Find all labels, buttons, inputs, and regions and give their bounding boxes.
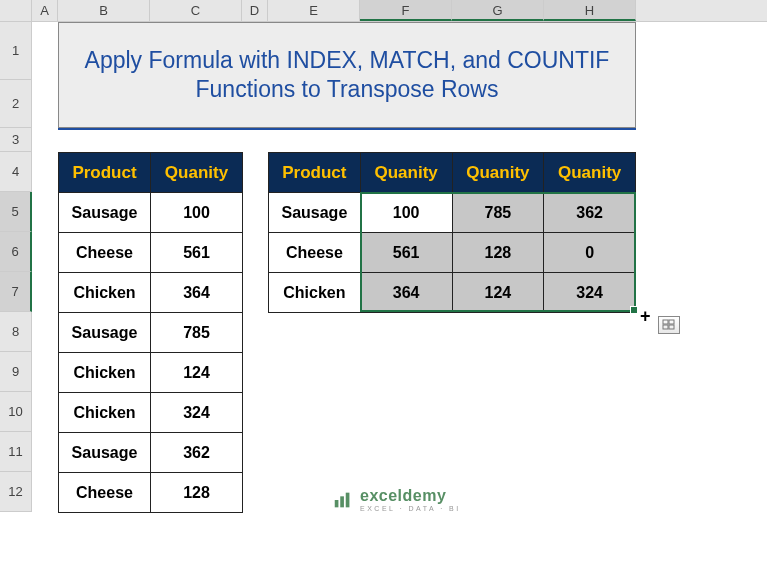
table1-cell[interactable]: 128: [151, 473, 243, 513]
col-header-B[interactable]: B: [58, 0, 150, 21]
table1-cell[interactable]: Chicken: [59, 273, 151, 313]
row-header-10[interactable]: 10: [0, 392, 32, 432]
autofill-options-button[interactable]: [658, 316, 680, 334]
watermark-tagline: EXCEL · DATA · BI: [360, 505, 461, 512]
table2-cell[interactable]: Chicken: [269, 273, 361, 313]
svg-rect-6: [346, 492, 350, 507]
spreadsheet: A B C D E F G H 1 2 3 4 5 6 7 8 9 10 11 …: [0, 0, 767, 567]
table1-cell[interactable]: Cheese: [59, 473, 151, 513]
table2-cell[interactable]: 124: [452, 273, 544, 313]
table1-header-quantity[interactable]: Quanity: [151, 153, 243, 193]
row-headers: 1 2 3 4 5 6 7 8 9 10 11 12: [0, 22, 32, 512]
table2-cell[interactable]: 324: [544, 273, 636, 313]
table2-cell[interactable]: 362: [544, 193, 636, 233]
table1-header-product[interactable]: Product: [59, 153, 151, 193]
row-header-12[interactable]: 12: [0, 472, 32, 512]
watermark-brand: exceldemy: [360, 487, 461, 505]
svg-rect-5: [340, 496, 344, 507]
col-header-G[interactable]: G: [452, 0, 544, 21]
table1-cell[interactable]: 324: [151, 393, 243, 433]
row-header-1[interactable]: 1: [0, 22, 32, 80]
result-table: Product Quanity Quanity Quanity Sausage …: [268, 152, 636, 313]
table1-cell[interactable]: Cheese: [59, 233, 151, 273]
table1-cell[interactable]: Sausage: [59, 433, 151, 473]
table2-header-quantity-1[interactable]: Quanity: [360, 153, 452, 193]
table2-cell[interactable]: 0: [544, 233, 636, 273]
col-header-H[interactable]: H: [544, 0, 636, 21]
table1-cell[interactable]: Chicken: [59, 393, 151, 433]
column-headers: A B C D E F G H: [0, 0, 767, 22]
table2-header-quantity-2[interactable]: Quanity: [452, 153, 544, 193]
table2-cell[interactable]: 100: [360, 193, 452, 233]
grid-area[interactable]: Apply Formula with INDEX, MATCH, and COU…: [32, 22, 636, 512]
fill-cursor-icon: +: [640, 306, 651, 327]
exceldemy-logo-icon: [332, 489, 354, 511]
col-header-C[interactable]: C: [150, 0, 242, 21]
row-header-2[interactable]: 2: [0, 80, 32, 128]
autofill-options-icon: [662, 319, 676, 331]
row-header-8[interactable]: 8: [0, 312, 32, 352]
table2-cell[interactable]: 785: [452, 193, 544, 233]
row-header-4[interactable]: 4: [0, 152, 32, 192]
table2-cell[interactable]: 561: [360, 233, 452, 273]
col-header-D[interactable]: D: [242, 0, 268, 21]
svg-rect-2: [663, 325, 668, 329]
row-header-7[interactable]: 7: [0, 272, 32, 312]
svg-rect-3: [669, 325, 674, 329]
row-header-3[interactable]: 3: [0, 128, 32, 152]
col-header-F[interactable]: F: [360, 0, 452, 21]
table1-cell[interactable]: 124: [151, 353, 243, 393]
watermark: exceldemy EXCEL · DATA · BI: [332, 487, 461, 512]
table1-cell[interactable]: 100: [151, 193, 243, 233]
table2-cell[interactable]: Sausage: [269, 193, 361, 233]
table1-cell[interactable]: 561: [151, 233, 243, 273]
table1-cell[interactable]: Chicken: [59, 353, 151, 393]
svg-rect-1: [669, 320, 674, 324]
table1-cell[interactable]: 785: [151, 313, 243, 353]
col-header-E[interactable]: E: [268, 0, 360, 21]
svg-rect-4: [335, 500, 339, 507]
table1-cell[interactable]: 364: [151, 273, 243, 313]
title-underline: [58, 128, 636, 130]
row-header-5[interactable]: 5: [0, 192, 32, 232]
table2-header-quantity-3[interactable]: Quanity: [544, 153, 636, 193]
table1-cell[interactable]: Sausage: [59, 313, 151, 353]
svg-rect-0: [663, 320, 668, 324]
select-all-corner[interactable]: [0, 0, 32, 22]
table1-cell[interactable]: 362: [151, 433, 243, 473]
table2-cell[interactable]: 128: [452, 233, 544, 273]
title-text: Apply Formula with INDEX, MATCH, and COU…: [69, 46, 625, 104]
row-header-6[interactable]: 6: [0, 232, 32, 272]
row-header-11[interactable]: 11: [0, 432, 32, 472]
table2-cell[interactable]: Cheese: [269, 233, 361, 273]
row-header-9[interactable]: 9: [0, 352, 32, 392]
table2-header-product[interactable]: Product: [269, 153, 361, 193]
source-table: Product Quanity Sausage100 Cheese561 Chi…: [58, 152, 243, 513]
table2-cell[interactable]: 364: [360, 273, 452, 313]
title-merged-cell[interactable]: Apply Formula with INDEX, MATCH, and COU…: [58, 22, 636, 128]
col-header-A[interactable]: A: [32, 0, 58, 21]
table1-cell[interactable]: Sausage: [59, 193, 151, 233]
